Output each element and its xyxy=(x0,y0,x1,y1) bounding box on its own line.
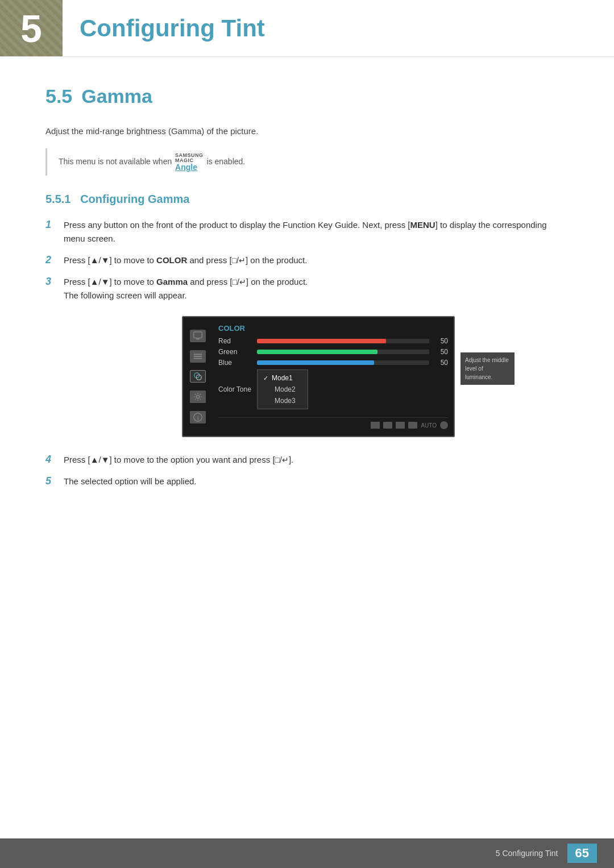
header-banner: 5 Configuring Tint xyxy=(0,0,614,57)
color-row-blue: Blue 50 xyxy=(218,359,448,367)
main-content: 5.5 Gamma Adjust the mid-range brightnes… xyxy=(0,57,614,556)
mode2-label: Mode2 xyxy=(275,385,296,393)
step-number-1: 1 xyxy=(45,218,56,231)
color-icon xyxy=(190,370,206,383)
footer-text: 5 Configuring Tint xyxy=(496,849,558,858)
green-bar-fill xyxy=(257,350,377,354)
color-bold: COLOR xyxy=(156,255,187,265)
step-text-3: Press [▲/▼] to move to Gamma and press [… xyxy=(64,275,569,302)
blue-bar-fill xyxy=(257,360,374,365)
svg-rect-4 xyxy=(194,358,202,359)
mode3-label: Mode3 xyxy=(275,397,296,405)
gear-svg xyxy=(193,392,203,402)
note-text: This menu is not available when SAMSUNGM… xyxy=(59,157,245,166)
green-bar-container xyxy=(257,350,429,354)
btn-enter xyxy=(396,422,405,429)
gamma-bold: Gamma xyxy=(156,277,188,286)
color-svg xyxy=(193,371,203,381)
steps-list: 1 Press any button on the front of the p… xyxy=(45,218,569,302)
steps-list-456: 4 Press [▲/▼] to move to the option you … xyxy=(45,453,569,488)
blue-bar-container xyxy=(257,360,429,365)
gamma-dropdown: ✓ Mode1 Mode2 Mode3 xyxy=(257,369,308,409)
btn-up xyxy=(371,422,380,429)
hint-box: Adjust the middle level of luminance. xyxy=(460,352,515,385)
note-box: This menu is not available when SAMSUNGM… xyxy=(45,148,569,176)
step-number-3: 3 xyxy=(45,275,56,288)
section-number: 5.5 xyxy=(45,85,72,107)
step-text-5: The selected option will be applied. xyxy=(64,475,569,488)
red-label: Red xyxy=(218,337,252,345)
mode1-label: Mode1 xyxy=(272,374,293,382)
check-mark: ✓ xyxy=(263,375,268,382)
blue-value: 50 xyxy=(434,359,448,367)
bracket-key-2: □/↵ xyxy=(232,256,246,265)
subsection-number: 5.5.1 xyxy=(45,193,70,205)
svg-rect-2 xyxy=(194,354,202,355)
color-row-red: Red 50 xyxy=(218,337,448,345)
step-5: 5 The selected option will be applied. xyxy=(45,475,569,488)
color-tone-label: Color Tone xyxy=(218,385,252,393)
step-text-4: Press [▲/▼] to move to the option you wa… xyxy=(64,453,569,467)
step-4: 4 Press [▲/▼] to move to the option you … xyxy=(45,453,569,467)
blue-label: Blue xyxy=(218,359,252,367)
section-title: Gamma xyxy=(81,85,152,107)
btn-down xyxy=(383,422,392,429)
screen-image: i COLOR Red 50 xyxy=(182,316,455,437)
step-number-5: 5 xyxy=(45,475,56,487)
info-icon: i xyxy=(190,411,206,423)
red-value: 50 xyxy=(434,337,448,345)
green-label: Green xyxy=(218,348,252,356)
section-heading: 5.5 Gamma xyxy=(45,85,569,107)
step-text-1: Press any button on the front of the pro… xyxy=(64,218,569,246)
step-number-4: 4 xyxy=(45,453,56,466)
step-1: 1 Press any button on the front of the p… xyxy=(45,218,569,246)
gamma-mode1: ✓ Mode1 xyxy=(258,372,308,384)
samsung-magic-wrapper: SAMSUNGMAGICAngle xyxy=(175,153,204,171)
subsection-title: Configuring Gamma xyxy=(80,193,189,205)
screen-main-panel: COLOR Red 50 Green xyxy=(213,317,454,436)
step-2: 2 Press [▲/▼] to move to COLOR and press… xyxy=(45,254,569,267)
monitor-svg xyxy=(193,331,203,341)
gear-icon xyxy=(190,391,206,403)
svg-rect-3 xyxy=(194,356,202,357)
menu-key: MENU xyxy=(410,220,435,230)
following-screen-label: The following screen will appear. xyxy=(64,290,187,300)
monitor-icon xyxy=(190,330,206,342)
power-btn xyxy=(440,421,448,429)
step-3: 3 Press [▲/▼] to move to Gamma and press… xyxy=(45,275,569,302)
footer-page-number: 65 xyxy=(567,844,597,863)
section-description: Adjust the mid-range brightness (Gamma) … xyxy=(45,124,569,138)
svg-rect-1 xyxy=(196,338,199,339)
color-tone-row: Color Tone ✓ Mode1 Mode2 xyxy=(218,369,448,409)
screen-container: i COLOR Red 50 xyxy=(68,316,569,437)
chapter-title: Configuring Tint xyxy=(63,0,265,56)
brightness-svg xyxy=(193,351,203,362)
gamma-mode3: Mode3 xyxy=(258,395,308,406)
svg-point-7 xyxy=(196,396,199,398)
screen-bottom-bar: AUTO xyxy=(218,417,448,429)
step-text-2: Press [▲/▼] to move to COLOR and press [… xyxy=(64,254,569,267)
bracket-key-4: □/↵ xyxy=(275,455,289,464)
color-row-green: Green 50 xyxy=(218,348,448,356)
brightness-icon xyxy=(190,350,206,363)
subsection-heading: 5.5.1 Configuring Gamma xyxy=(45,193,569,206)
gamma-mode2: Mode2 xyxy=(258,384,308,395)
auto-label: AUTO xyxy=(421,422,437,429)
chapter-number: 5 xyxy=(0,0,63,56)
green-value: 50 xyxy=(434,348,448,356)
step-number-2: 2 xyxy=(45,254,56,266)
screen-sidebar: i xyxy=(183,317,213,436)
btn-return xyxy=(408,422,417,429)
page-footer: 5 Configuring Tint 65 xyxy=(0,838,614,868)
red-bar-fill xyxy=(257,339,386,343)
svg-text:i: i xyxy=(197,416,199,421)
bracket-key-3: □/↵ xyxy=(233,277,246,286)
info-svg: i xyxy=(193,412,203,422)
red-bar-container xyxy=(257,339,429,343)
color-menu-title: COLOR xyxy=(218,324,448,333)
svg-rect-0 xyxy=(194,332,202,338)
